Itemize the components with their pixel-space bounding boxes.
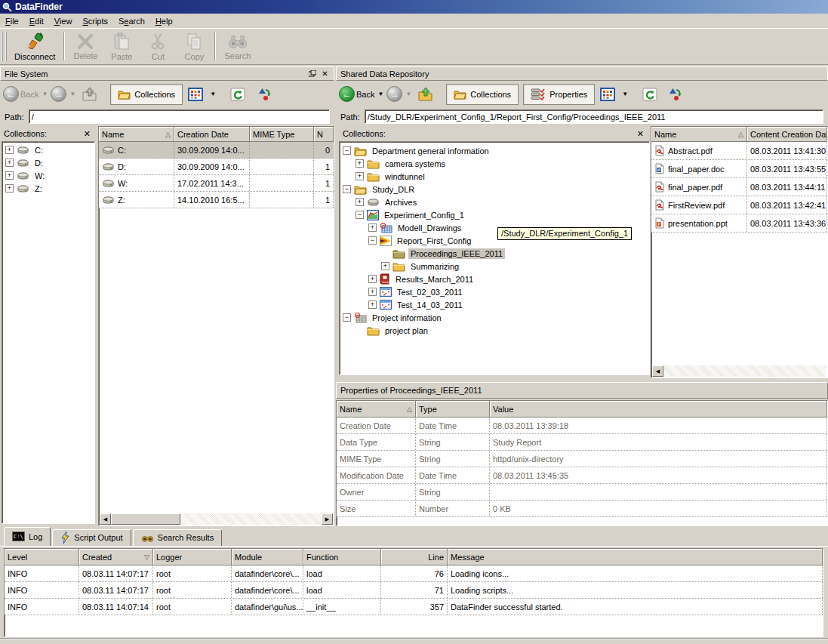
view-grid-dropdown-icon[interactable]: ▼ xyxy=(622,91,628,97)
scroll-left-icon[interactable]: ◀ xyxy=(100,513,111,525)
expand-plus-icon[interactable]: + xyxy=(5,159,14,167)
back-button[interactable]: ← xyxy=(3,86,19,102)
column-header-created[interactable]: Created▽ xyxy=(79,549,153,565)
column-header-creation-date[interactable]: Creation Date xyxy=(174,127,250,142)
path-input[interactable] xyxy=(29,109,330,124)
fs-table-hscrollbar[interactable]: ◀ ▶ xyxy=(100,513,333,525)
tree-item-study-dlr[interactable]: −Study_DLR xyxy=(341,183,648,196)
repo-file-hscrollbar[interactable]: ◀ xyxy=(652,365,826,377)
float-panel-icon[interactable] xyxy=(307,69,317,79)
column-header-name[interactable]: Name△ xyxy=(337,401,416,418)
table-row[interactable]: FirstReview.pdf08.03.2011 13:42:41 xyxy=(651,196,827,214)
table-row[interactable]: Abstract.pdf08.03.2011 13:41:30 xyxy=(651,142,827,160)
table-row[interactable]: final_paper.pdf08.03.2011 13:44:11 xyxy=(651,178,827,196)
tree-item-archives[interactable]: +Archives xyxy=(341,196,648,208)
expand-plus-icon[interactable]: + xyxy=(356,198,364,206)
tree-item-test-02-03-2011[interactable]: +Test_02_03_2011 xyxy=(341,285,648,298)
table-row[interactable]: INFO08.03.11 14:07:14rootdatafinder\gui\… xyxy=(5,599,823,615)
view-grid-button[interactable] xyxy=(600,88,615,101)
sync-button[interactable] xyxy=(667,87,682,102)
tree-item-c-[interactable]: +C: xyxy=(4,143,93,156)
menu-item-help[interactable]: Help xyxy=(150,15,178,27)
back-dropdown-icon[interactable]: ▼ xyxy=(377,91,383,97)
tree-item-proceedings-ieee-2011[interactable]: Proceedings_IEEE_2011 xyxy=(341,247,648,260)
expand-plus-icon[interactable]: + xyxy=(368,288,377,296)
delete-button[interactable]: Delete xyxy=(67,29,103,64)
expand-plus-icon[interactable]: + xyxy=(5,146,14,154)
tree-item-summarizing[interactable]: +Summarizing xyxy=(341,260,648,273)
disconnect-button[interactable]: Disconnect xyxy=(8,29,61,64)
up-folder-button[interactable] xyxy=(417,87,434,102)
column-header-content-creation-date[interactable]: Content Creation Date xyxy=(747,127,827,142)
column-header-n[interactable]: N xyxy=(314,127,334,142)
tree-item-experiment-config-1[interactable]: −Experiment_Config_1 xyxy=(341,208,648,221)
column-header-function[interactable]: Function xyxy=(303,549,381,565)
forward-button[interactable]: → xyxy=(51,86,66,102)
menu-item-edit[interactable]: Edit xyxy=(24,15,49,27)
view-grid-dropdown-icon[interactable]: ▼ xyxy=(210,91,216,97)
table-row[interactable]: Creation DateDate Time08.03.2011 13:39:1… xyxy=(337,418,827,434)
menu-item-view[interactable]: View xyxy=(49,15,78,27)
column-header-name[interactable]: Name△ xyxy=(651,127,747,142)
column-header-type[interactable]: Type xyxy=(416,401,490,418)
table-row[interactable]: Modification DateDate Time08.03.2011 13:… xyxy=(337,467,827,484)
back-dropdown-icon[interactable]: ▼ xyxy=(42,91,48,97)
collapse-minus-icon[interactable]: − xyxy=(343,313,351,322)
menu-item-file[interactable]: File xyxy=(0,15,24,27)
expand-plus-icon[interactable]: + xyxy=(5,171,14,180)
forward-dropdown-icon[interactable]: ▼ xyxy=(405,91,411,97)
up-folder-button[interactable] xyxy=(82,87,98,102)
properties-toggle-button[interactable]: Properties xyxy=(523,84,595,105)
expand-plus-icon[interactable]: + xyxy=(356,172,364,180)
column-header-mime-type[interactable]: MIME Type xyxy=(250,127,314,142)
expand-plus-icon[interactable]: + xyxy=(356,159,364,168)
table-row[interactable]: W:17.02.2011 14:3...1 xyxy=(99,175,334,192)
close-collections-icon[interactable]: ✕ xyxy=(82,129,93,139)
table-row[interactable]: C:30.09.2009 14:0...0 xyxy=(99,142,334,159)
tree-item-camera-systems[interactable]: +camera systems xyxy=(341,157,648,170)
collapse-minus-icon[interactable]: − xyxy=(356,211,364,219)
table-row[interactable]: INFO08.03.11 14:07:17rootdatafinder\core… xyxy=(5,565,823,582)
toolbar-grip[interactable] xyxy=(2,32,7,61)
expand-plus-icon[interactable]: + xyxy=(368,223,377,232)
path-input[interactable] xyxy=(365,109,823,124)
column-header-line[interactable]: Line xyxy=(381,549,448,565)
refresh-button[interactable] xyxy=(230,88,245,101)
table-row[interactable]: INFO08.03.11 14:07:17rootdatafinder\core… xyxy=(5,582,823,599)
tree-item-results-march-2011[interactable]: +Results_March_2011 xyxy=(341,273,648,285)
column-header-logger[interactable]: Logger xyxy=(153,549,232,565)
table-row[interactable]: Ppresentation.ppt08.03.2011 13:43:36 xyxy=(651,214,827,233)
tab-search-results[interactable]: Search Results xyxy=(133,529,223,546)
refresh-button[interactable] xyxy=(642,88,657,101)
table-row[interactable]: MIME TypeStringhttpd/unix-directory xyxy=(337,451,827,467)
tree-item-d-[interactable]: +D: xyxy=(4,156,93,169)
forward-button[interactable]: → xyxy=(386,86,402,102)
tree-item-windtunnel[interactable]: +windtunnel xyxy=(341,170,648,183)
column-header-name[interactable]: Name△ xyxy=(99,127,174,142)
collapse-minus-icon[interactable]: − xyxy=(368,236,377,245)
back-button[interactable]: ← xyxy=(339,86,355,102)
expand-plus-icon[interactable]: + xyxy=(381,262,389,270)
view-grid-button[interactable] xyxy=(188,88,203,101)
forward-dropdown-icon[interactable]: ▼ xyxy=(69,91,75,97)
tree-item-project-plan[interactable]: project plan xyxy=(341,324,648,337)
tab-log[interactable]: C:\Log xyxy=(4,527,51,546)
copy-button[interactable]: Copy xyxy=(176,29,212,64)
tree-item-test-14-03-2011[interactable]: +Test_14_03_2011 xyxy=(341,298,648,311)
expand-plus-icon[interactable]: + xyxy=(368,275,377,283)
table-row[interactable]: OwnerString xyxy=(337,484,827,501)
table-row[interactable]: SizeNumber0 KB xyxy=(337,501,827,517)
column-header-message[interactable]: Message xyxy=(448,549,823,565)
collections-toggle-button[interactable]: Collections xyxy=(446,84,519,105)
table-row[interactable]: Wfinal_paper.doc08.03.2011 13:43:55 xyxy=(651,160,827,178)
title-bar[interactable]: DataFinder xyxy=(0,0,828,14)
tree-item-z-[interactable]: +Z: xyxy=(4,182,93,195)
collapse-minus-icon[interactable]: − xyxy=(343,185,351,193)
collections-toggle-button[interactable]: Collections xyxy=(110,84,183,105)
column-header-level[interactable]: Level xyxy=(5,549,79,565)
sync-button[interactable] xyxy=(257,87,272,102)
table-row[interactable]: Data TypeStringStudy Report xyxy=(337,434,827,451)
column-header-module[interactable]: Module xyxy=(232,549,303,565)
column-header-value[interactable]: Value xyxy=(490,401,827,418)
expand-plus-icon[interactable]: + xyxy=(5,184,14,193)
